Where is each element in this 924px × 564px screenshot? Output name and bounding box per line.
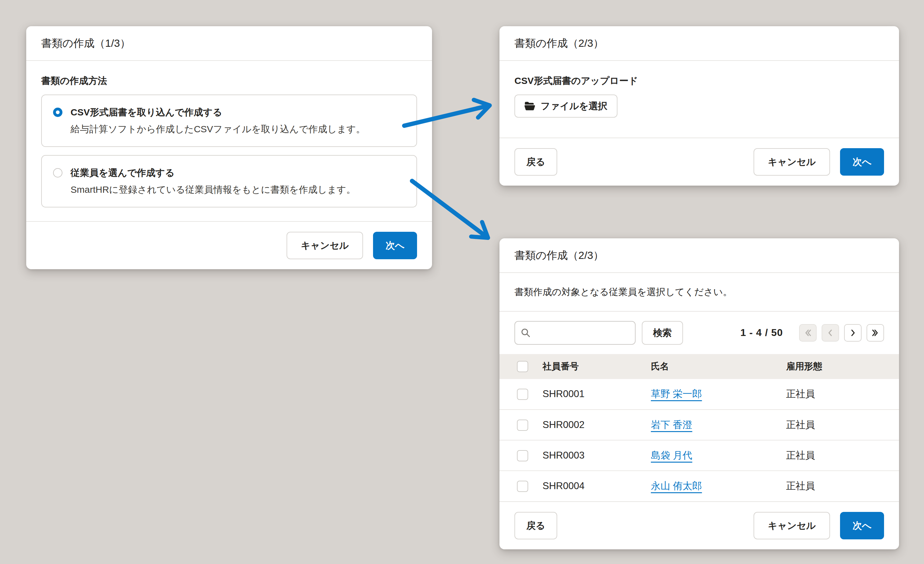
column-header-name: 氏名 <box>651 354 786 379</box>
radio-selected-icon[interactable] <box>53 108 62 117</box>
dialog-step2-csv-body: CSV形式届書のアップロード ファイルを選択 <box>500 61 899 138</box>
row-checkbox[interactable] <box>517 450 528 461</box>
dialog-step1-header: 書類の作成（1/3） <box>26 26 432 61</box>
pagination-next-button[interactable] <box>844 324 862 341</box>
table-row: SHR0001 草野 栄一郎 正社員 <box>500 379 899 410</box>
dialog-step2-employees: 書類の作成（2/3） 書類作成の対象となる従業員を選択してください。 検索 1 … <box>500 238 899 549</box>
search-icon <box>520 328 531 338</box>
table-row: SHR0003 島袋 月代 正社員 <box>500 440 899 471</box>
dialog-step1-body: 書類の作成方法 CSV形式届書を取り込んで作成する 給与計算ソフトから作成したC… <box>26 61 432 221</box>
search-button[interactable]: 検索 <box>642 321 683 345</box>
employee-name-link[interactable]: 草野 栄一郎 <box>651 388 702 399</box>
employee-table: 社員番号 氏名 雇用形態 SHR0001 草野 栄一郎 正社員 SHR0002 … <box>500 354 899 501</box>
employee-id: SHR0004 <box>543 471 651 501</box>
option-csv-import-main: CSV形式届書を取り込んで作成する <box>53 106 405 119</box>
pagination-range-label: 1 - 4 / 50 <box>741 327 783 338</box>
row-checkbox[interactable] <box>517 389 528 400</box>
next-button[interactable]: 次へ <box>840 148 884 176</box>
dialog-step2-employees-header: 書類の作成（2/3） <box>500 238 899 273</box>
page-background: { "colors": { "background": "#D7D3CF", "… <box>0 0 924 564</box>
option-select-employees-main: 従業員を選んで作成する <box>53 166 405 180</box>
employee-id: SHR0003 <box>543 440 651 471</box>
employment-type: 正社員 <box>786 471 899 501</box>
dialog-step2-csv: 書類の作成（2/3） CSV形式届書のアップロード ファイルを選択 戻る キャン… <box>500 26 899 186</box>
radio-unselected-icon[interactable] <box>53 168 62 178</box>
search-input[interactable] <box>514 321 636 345</box>
employment-type: 正社員 <box>786 440 899 471</box>
creation-method-label: 書類の作成方法 <box>41 75 417 87</box>
option-select-employees-label: 従業員を選んで作成する <box>70 166 175 180</box>
employee-name-link[interactable]: 岩下 香澄 <box>651 419 692 430</box>
employee-name-link[interactable]: 永山 侑太郎 <box>651 480 702 491</box>
option-card-select-employees[interactable]: 従業員を選んで作成する SmartHRに登録されている従業員情報をもとに書類を作… <box>41 155 417 208</box>
dialog-step2-csv-footer: 戻る キャンセル 次へ <box>500 138 899 186</box>
dialog-step1-footer: キャンセル 次へ <box>26 221 432 269</box>
column-header-employee-id: 社員番号 <box>543 354 651 379</box>
option-card-csv-import[interactable]: CSV形式届書を取り込んで作成する 給与計算ソフトから作成したCSVファイルを取… <box>41 94 417 147</box>
file-select-button-label: ファイルを選択 <box>541 100 608 113</box>
file-select-button[interactable]: ファイルを選択 <box>514 94 618 118</box>
dialog-step2-csv-header: 書類の作成（2/3） <box>500 26 899 61</box>
next-button[interactable]: 次へ <box>373 232 417 259</box>
pagination-last-button[interactable] <box>867 324 884 341</box>
pagination-first-button <box>799 324 817 341</box>
dialog-step2-employees-title: 書類の作成（2/3） <box>514 249 884 262</box>
employee-select-description: 書類作成の対象となる従業員を選択してください。 <box>500 273 899 312</box>
option-csv-import-description: 給与計算ソフトから作成したCSVファイルを取り込んで作成します。 <box>70 123 405 136</box>
search-field-wrap <box>514 321 636 345</box>
dialog-step2-csv-title: 書類の作成（2/3） <box>514 37 884 49</box>
pagination-controls <box>799 324 884 341</box>
employee-id: SHR0001 <box>543 379 651 410</box>
dialog-step1-title: 書類の作成（1/3） <box>41 37 417 49</box>
dialog-step2-employees-footer: 戻る キャンセル 次へ <box>500 501 899 549</box>
csv-upload-label: CSV形式届書のアップロード <box>514 75 884 87</box>
row-checkbox[interactable] <box>517 481 528 492</box>
cancel-button[interactable]: キャンセル <box>753 512 830 539</box>
folder-open-icon <box>524 102 535 111</box>
select-all-checkbox[interactable] <box>517 361 528 372</box>
cancel-button[interactable]: キャンセル <box>286 232 363 259</box>
employee-name-link[interactable]: 島袋 月代 <box>651 450 692 461</box>
cancel-button[interactable]: キャンセル <box>753 148 830 176</box>
employee-toolbar: 検索 1 - 4 / 50 <box>500 312 899 354</box>
option-select-employees-description: SmartHRに登録されている従業員情報をもとに書類を作成します。 <box>70 183 405 196</box>
next-button[interactable]: 次へ <box>840 512 884 539</box>
dialog-step1: 書類の作成（1/3） 書類の作成方法 CSV形式届書を取り込んで作成する 給与計… <box>26 26 432 269</box>
table-row: SHR0002 岩下 香澄 正社員 <box>500 410 899 440</box>
employee-id: SHR0002 <box>543 410 651 440</box>
employee-table-header-row: 社員番号 氏名 雇用形態 <box>500 354 899 379</box>
employment-type: 正社員 <box>786 410 899 440</box>
back-button[interactable]: 戻る <box>514 512 557 539</box>
employment-type: 正社員 <box>786 379 899 410</box>
column-header-employment-type: 雇用形態 <box>786 354 899 379</box>
row-checkbox[interactable] <box>517 420 528 431</box>
option-csv-import-label: CSV形式届書を取り込んで作成する <box>70 106 222 119</box>
back-button[interactable]: 戻る <box>514 148 557 176</box>
pagination-prev-button <box>822 324 839 341</box>
table-row: SHR0004 永山 侑太郎 正社員 <box>500 471 899 501</box>
